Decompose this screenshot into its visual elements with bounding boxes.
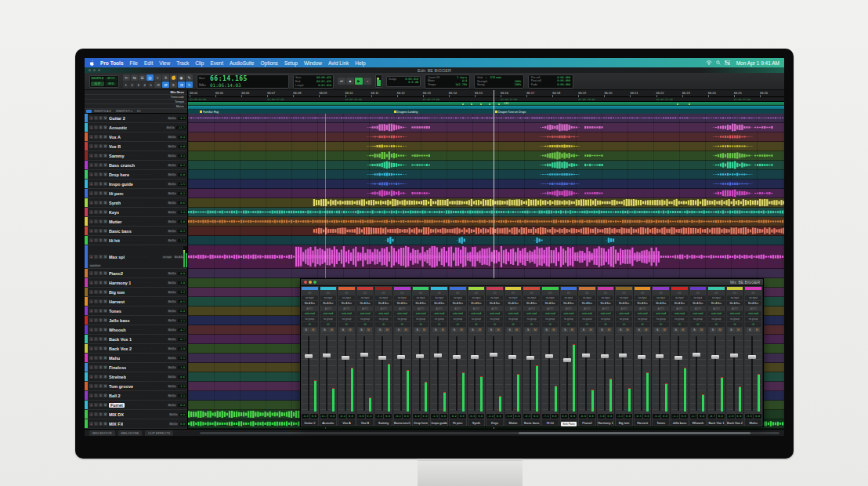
- solo-button[interactable]: S: [525, 328, 531, 332]
- track-name[interactable]: Max spl: [109, 255, 125, 259]
- rollrows-row[interactable]: Post-roll0:00.000: [531, 79, 570, 82]
- automation-mode[interactable]: auto read: [708, 311, 725, 316]
- window-traffic-lights[interactable]: [89, 69, 100, 71]
- solo-button[interactable]: S: [99, 365, 103, 369]
- solo-button[interactable]: S: [340, 328, 346, 332]
- solo-button[interactable]: S: [396, 328, 402, 332]
- track-output[interactable]: MstOut: [168, 164, 177, 167]
- input-monitor-button[interactable]: I: [94, 144, 98, 148]
- mirrored-midi[interactable]: ∿: [186, 82, 193, 88]
- track-volume-readout[interactable]: -2.4: [178, 211, 186, 214]
- automation-mode[interactable]: auto read: [671, 311, 688, 316]
- nudge-row[interactable]: 0.0 dB: [389, 81, 418, 84]
- menu-item-event[interactable]: Event: [210, 60, 223, 66]
- input-selector[interactable]: no input: [690, 296, 707, 300]
- selection-start[interactable]: Start00:00.425: [295, 76, 331, 79]
- channel-name[interactable]: Sammy: [375, 419, 392, 426]
- menu-item-options[interactable]: Options: [260, 60, 277, 66]
- mute-button[interactable]: M: [495, 328, 501, 332]
- pan-readout-value[interactable]: 0.0: [588, 414, 595, 419]
- mute-button[interactable]: M: [421, 328, 428, 332]
- pan-readout-value[interactable]: 0.0: [754, 414, 761, 419]
- track-volume-readout[interactable]: -6.0: [178, 173, 186, 176]
- solo-button[interactable]: S: [99, 290, 103, 294]
- pan-readout[interactable]: ‹0›: [523, 322, 540, 327]
- mute-button[interactable]: M: [347, 328, 353, 332]
- pan-readout-value[interactable]: 0.0: [384, 414, 392, 419]
- menu-item-pro-tools[interactable]: Pro Tools: [100, 60, 124, 66]
- record-enable-button[interactable]: ●: [89, 309, 93, 313]
- input-selector[interactable]: no input: [745, 296, 761, 300]
- input-monitor-button[interactable]: I: [94, 172, 98, 176]
- track-volume-readout[interactable]: -0.3: [178, 230, 186, 233]
- control-center-icon[interactable]: [725, 60, 730, 66]
- tab-transient[interactable]: ⇥: [154, 82, 161, 88]
- lane-acoustic[interactable]: [188, 123, 784, 132]
- channel-fader[interactable]: [561, 334, 577, 413]
- solo-button[interactable]: S: [99, 201, 103, 205]
- track-name[interactable]: Mutier: [109, 219, 122, 224]
- output-selector[interactable]: Mix A Bus: [486, 301, 503, 306]
- mute-button[interactable]: M: [103, 394, 107, 397]
- track-output[interactable]: MstOut: [168, 375, 177, 379]
- record-enable-button[interactable]: ●: [89, 238, 93, 242]
- volume-readout[interactable]: -1.1: [671, 414, 679, 419]
- solo-button[interactable]: S: [488, 328, 494, 332]
- track-name[interactable]: Acoustic: [109, 125, 127, 130]
- lane-vox-a[interactable]: [188, 132, 784, 142]
- track-volume-readout[interactable]: -5.5: [178, 357, 186, 360]
- sub-counter-value[interactable]: 01:06:14:03: [210, 82, 287, 88]
- menu-item-clip[interactable]: Clip: [195, 60, 204, 66]
- output-selector[interactable]: Mix A Bus: [338, 301, 355, 306]
- mixer-strip-max-spl[interactable]: I/Ono inputMix A BusAUTOauto readno grou…: [560, 286, 579, 426]
- solo-button[interactable]: S: [432, 328, 439, 332]
- pan-readout[interactable]: ‹0›: [598, 322, 614, 327]
- marker-dragons-landing[interactable]: Dragons Landing: [394, 111, 418, 114]
- volume-readout[interactable]: -0.4: [338, 414, 346, 419]
- horizontal-scrollbar[interactable]: [200, 432, 779, 434]
- automation-mode[interactable]: auto read: [579, 311, 595, 316]
- track-volume-readout[interactable]: -0.6: [178, 201, 186, 205]
- output-selector[interactable]: Mix A Bus: [431, 301, 447, 306]
- track-volume-readout[interactable]: -8.2: [178, 192, 186, 195]
- output-selector[interactable]: Mix A Bus: [635, 301, 651, 306]
- channel-fader[interactable]: [727, 334, 743, 413]
- fader-cap[interactable]: [545, 354, 553, 358]
- track-volume-readout[interactable]: -0.7: [178, 338, 186, 341]
- track-row-tones[interactable]: ●ISMTones··········MstOut-6.4: [85, 306, 187, 316]
- track-output[interactable]: MstOut: [168, 338, 177, 341]
- track-output[interactable]: MstOut: [168, 404, 177, 407]
- input-monitor-button[interactable]: I: [94, 394, 98, 397]
- track-name[interactable]: Back Vox 1: [109, 337, 132, 342]
- track-output[interactable]: MstOut: [168, 239, 177, 242]
- fader-cap[interactable]: [305, 354, 313, 358]
- track-row-fineloss[interactable]: ●ISMFineloss··········MstOut-1.8: [85, 363, 187, 372]
- zoom-preset-5[interactable]: 5: [148, 82, 154, 88]
- solo-button[interactable]: S: [99, 375, 103, 379]
- pan-readout[interactable]: ‹0›: [486, 322, 503, 327]
- record-enable-button[interactable]: ●: [89, 229, 93, 233]
- group-selector[interactable]: no group: [616, 317, 632, 321]
- input-monitor-button[interactable]: I: [94, 290, 98, 294]
- nudge-tool[interactable]: ⇆: [131, 74, 138, 81]
- lane-inspo-guide[interactable]: [188, 180, 784, 189]
- track-name[interactable]: Big tom: [109, 290, 125, 295]
- fader-cap[interactable]: [378, 356, 386, 360]
- mute-button[interactable]: M: [476, 328, 483, 332]
- mute-button[interactable]: M: [103, 328, 107, 332]
- track-output[interactable]: MstOut: [168, 230, 177, 233]
- input-selector[interactable]: no input: [505, 296, 522, 300]
- volume-readout[interactable]: -2.2: [616, 414, 624, 419]
- channel-fader[interactable]: [653, 334, 669, 413]
- zoom-preset-3[interactable]: 3: [136, 82, 141, 88]
- mixer-strip-tones[interactable]: I/Ono inputMix A BusAUTOauto readno grou…: [652, 286, 671, 426]
- mixer-strip-mahu[interactable]: I/Ono inputMix A BusAUTOauto readno grou…: [744, 286, 763, 426]
- mute-button[interactable]: M: [103, 412, 107, 416]
- solo-button[interactable]: S: [654, 328, 660, 332]
- timeline-rulers[interactable]: 66:0466:0566:0666:0766:0866:0966:1066:11…: [188, 90, 784, 114]
- track-volume-readout[interactable]: -4.3: [178, 117, 186, 120]
- stop-button[interactable]: ■: [346, 78, 354, 85]
- track-name[interactable]: Whoosh: [109, 328, 126, 332]
- fader-cap[interactable]: [638, 355, 646, 359]
- lane-guitar-2[interactable]: [188, 114, 784, 123]
